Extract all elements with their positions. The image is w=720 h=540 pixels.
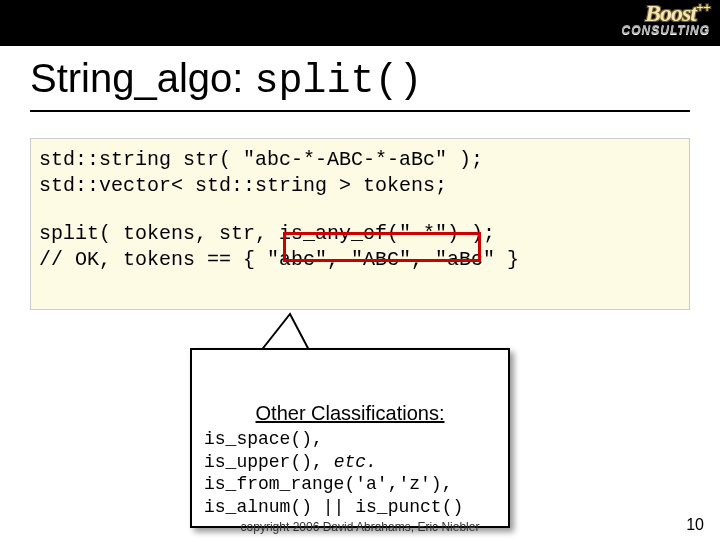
title-prefix: String_algo: (30, 56, 255, 100)
top-bar: Boost++ CONSULTING (0, 0, 720, 46)
code-line-1: std::string str( "abc-*-ABC-*-aBc" ); (39, 148, 483, 171)
logo: Boost++ CONSULTING (622, 2, 710, 37)
code-block: std::string str( "abc-*-ABC-*-aBc" ); st… (30, 138, 690, 310)
logo-text: Boost++ (622, 2, 710, 25)
callout-line-1: is_space(), (204, 429, 323, 449)
page-number: 10 (686, 516, 704, 534)
svg-marker-0 (260, 314, 310, 352)
callout-line-2b: etc. (334, 452, 377, 472)
copyright-footer: copyright 2006 David Abrahams, Eric Nieb… (0, 520, 720, 534)
callout: Other Classifications:is_space(), is_upp… (190, 348, 510, 528)
logo-subtitle: CONSULTING (622, 23, 710, 37)
logo-sup: ++ (696, 0, 710, 15)
title-rule (30, 110, 690, 112)
callout-title: Other Classifications: (204, 401, 496, 426)
callout-line-2a: is_upper(), (204, 452, 334, 472)
slide-title: String_algo: split() (0, 46, 720, 110)
callout-line-3: is_from_range('a','z'), (204, 474, 452, 494)
code-line-3: split( tokens, str, is_any_of("-*") ); (39, 222, 495, 245)
title-mono: split() (255, 59, 423, 104)
code-line-2: std::vector< std::string > tokens; (39, 174, 447, 197)
code-line-4: // OK, tokens == { "abc", "ABC", "aBc" } (39, 248, 519, 271)
callout-line-4: is_alnum() || is_punct() (204, 497, 463, 517)
